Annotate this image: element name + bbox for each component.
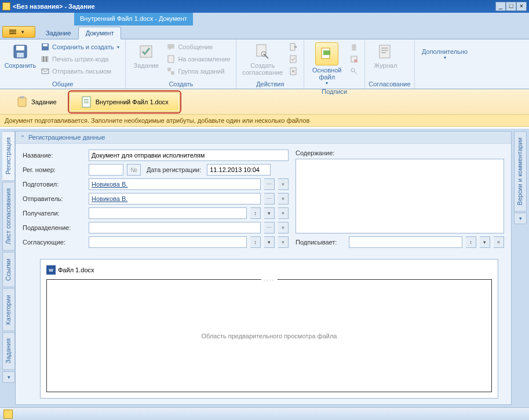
print-barcode-button[interactable]: Печать штрих-кода — [38, 53, 122, 65]
department-lookup-button[interactable]: ⋯ — [264, 222, 275, 233]
main-area: Регистрация Лист согласования Ссылки Кат… — [0, 129, 529, 407]
task-button[interactable]: Задание — [129, 41, 163, 70]
sidetab-links[interactable]: Ссылки — [2, 252, 15, 287]
maximize-button[interactable]: □ — [506, 2, 516, 11]
ribbon: Сохранить Сохранить и создать ▾ Печать ш… — [0, 39, 529, 89]
sidetab-more[interactable]: ▾ — [2, 371, 15, 383]
close-button[interactable]: × — [516, 2, 527, 11]
svg-rect-0 — [9, 30, 16, 31]
svg-rect-17 — [167, 68, 171, 71]
signer-expand-button[interactable]: ↕ — [466, 236, 476, 248]
save-and-create-button[interactable]: Сохранить и создать ▾ — [38, 41, 122, 53]
svg-rect-38 — [84, 99, 89, 100]
sidetab-approval-sheet[interactable]: Лист согласования — [2, 182, 15, 251]
collapse-icon[interactable]: ⌃ — [20, 134, 25, 141]
stamp-icon — [349, 42, 359, 52]
content-textarea[interactable] — [295, 159, 504, 233]
svg-rect-11 — [46, 56, 47, 62]
regnum-generate-button[interactable]: № — [127, 164, 141, 176]
action-small-3[interactable] — [286, 65, 300, 77]
tab-task[interactable]: Задание — [39, 27, 78, 39]
file-name-row[interactable]: W Файл 1.docx — [46, 265, 492, 275]
svg-rect-32 — [381, 48, 388, 49]
sidetab-versions[interactable]: Версии и комментарии — [514, 131, 527, 211]
svg-rect-36 — [20, 96, 24, 98]
for-review-button[interactable]: На ознакомление — [164, 53, 232, 65]
content-label: Содержание: — [295, 149, 504, 156]
doc-arrow-icon — [289, 42, 298, 52]
message-button[interactable]: Сообщение — [164, 41, 232, 53]
svg-rect-4 — [16, 46, 24, 50]
signer-input[interactable] — [349, 236, 462, 248]
sender-value[interactable]: Новикова В. — [92, 195, 127, 202]
svg-rect-5 — [17, 53, 24, 57]
tab-document[interactable]: Документ — [78, 27, 122, 39]
file-menu-button[interactable] — [2, 26, 35, 38]
regnum-input[interactable] — [89, 164, 123, 176]
save-button[interactable]: Сохранить — [3, 41, 37, 70]
sender-input[interactable]: Новикова В. — [89, 193, 261, 204]
approvers-label: Согласующие: — [23, 239, 85, 246]
ribbon-group-common: Сохранить Сохранить и создать ▾ Печать ш… — [0, 39, 126, 89]
sidetab-registration[interactable]: Регистрация — [2, 131, 15, 181]
svg-rect-18 — [171, 71, 174, 75]
sidetab-right-more[interactable]: ▾ — [514, 213, 527, 224]
svg-rect-40 — [84, 103, 89, 103]
approvers-dropdown-button[interactable]: ▾ — [264, 236, 275, 248]
status-folder-icon[interactable] — [3, 410, 13, 419]
approvers-expand-button[interactable]: ↕ — [250, 236, 261, 248]
additional-button[interactable]: Дополнительно ▾ — [418, 41, 472, 61]
sidetab-categories[interactable]: Категории — [2, 288, 15, 331]
department-label: Подразделение: — [23, 224, 85, 231]
journal-button[interactable]: Журнал — [369, 41, 402, 70]
doctab-file[interactable]: Внутренний Файл 1.docx — [70, 92, 180, 112]
send-mail-button[interactable]: Отправить письмом — [38, 65, 122, 77]
additional-icon — [436, 42, 454, 47]
sender-clear-button[interactable]: × — [278, 193, 289, 204]
journal-icon — [376, 42, 395, 61]
recipients-dropdown-button[interactable]: ▾ — [264, 207, 275, 219]
signer-dropdown-button[interactable]: ▾ — [480, 236, 490, 248]
message-icon — [166, 42, 176, 52]
department-clear-button[interactable]: × — [278, 222, 289, 233]
for-review-label: На ознакомление — [178, 56, 230, 63]
svg-rect-22 — [290, 56, 296, 63]
chevron-down-icon: ▾ — [326, 81, 328, 86]
svg-rect-33 — [381, 50, 388, 51]
document-tab-bar: Задание Внутренний Файл 1.docx — [0, 89, 529, 115]
svg-rect-15 — [167, 44, 174, 49]
main-file-button[interactable]: Основной файл ▾ — [308, 41, 346, 87]
recipients-input[interactable] — [89, 207, 247, 219]
task-btn-label: Задание — [134, 62, 159, 69]
recipients-expand-button[interactable]: ↕ — [250, 207, 261, 219]
action-small-1[interactable] — [286, 41, 300, 53]
name-input[interactable]: Документ для отправки исполнителям — [89, 149, 289, 161]
signer-label: Подписывает: — [295, 239, 345, 246]
prepared-value[interactable]: Новикова В. — [92, 181, 127, 188]
doctab-task[interactable]: Задание — [9, 93, 64, 111]
action-small-2[interactable] — [286, 53, 300, 65]
svg-rect-34 — [381, 52, 386, 53]
sidetab-tasks[interactable]: Задания — [2, 332, 15, 370]
approvers-clear-button[interactable]: × — [278, 236, 289, 248]
approvers-input[interactable] — [89, 236, 247, 248]
svg-point-26 — [352, 44, 356, 49]
regdate-input[interactable]: 11.12.2013 10:04 — [207, 164, 271, 176]
create-approval-button[interactable]: Создать согласование — [240, 41, 285, 77]
prepared-lookup-button[interactable]: ⋯ — [264, 178, 275, 190]
sig-small-2[interactable] — [347, 53, 361, 65]
recipients-clear-button[interactable]: × — [278, 207, 289, 219]
task-group-button[interactable]: Группа заданий — [164, 65, 232, 77]
signer-clear-button[interactable]: × — [494, 236, 504, 248]
file-preview-panel: W Файл 1.docx Область предварительного п… — [40, 259, 498, 399]
file-preview-wrapper: W Файл 1.docx Область предварительного п… — [16, 257, 504, 404]
sig-small-3[interactable] — [347, 65, 361, 77]
svg-rect-35 — [18, 97, 26, 107]
minimize-button[interactable]: _ — [495, 2, 506, 11]
sig-small-1[interactable] — [347, 41, 361, 53]
prepared-input[interactable]: Новикова В. — [89, 178, 261, 190]
department-input[interactable] — [89, 222, 261, 233]
prepared-label: Подготовил: — [23, 181, 85, 188]
prepared-clear-button[interactable]: × — [278, 178, 289, 190]
sender-lookup-button[interactable]: ⋯ — [264, 193, 275, 204]
